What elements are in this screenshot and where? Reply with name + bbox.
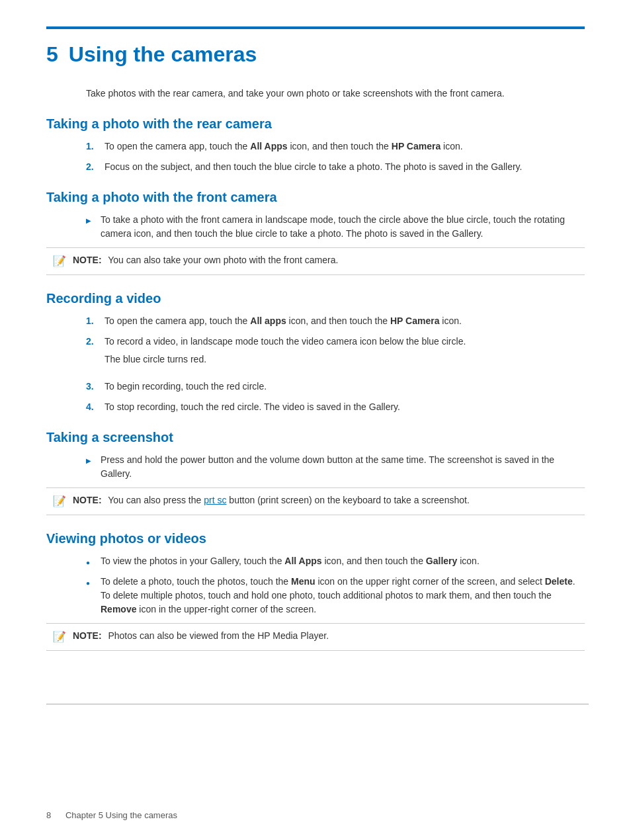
list-item: ▶ To take a photo with the front camera … (86, 213, 585, 241)
section-title-recording: Recording a video (46, 291, 585, 306)
top-border (46, 26, 585, 29)
triangle-bullet: ▶ (86, 216, 93, 241)
note-icon: 📝 (53, 629, 67, 645)
bullet-icon: ● (86, 558, 93, 568)
list-item: ▶ Press and hold the power button and th… (86, 453, 585, 481)
list-item: 2. To record a video, in landscape mode … (86, 335, 585, 373)
list-item: ● To view the photos in your Gallery, to… (86, 554, 585, 568)
recording-list: 1. To open the camera app, touch the All… (86, 314, 585, 414)
list-number: 1. (86, 140, 97, 153)
footer-divider (46, 704, 589, 704)
list-item-text: Focus on the subject, and then touch the… (105, 160, 522, 174)
list-item-text: To open the camera app, touch the All ap… (105, 314, 462, 328)
page-container: 5 Using the cameras Take photos with the… (0, 0, 631, 749)
note-label: NOTE: (73, 630, 102, 641)
footer: 8 Chapter 5 Using the cameras (46, 810, 177, 820)
list-item-text: To view the photos in your Gallery, touc… (101, 554, 480, 568)
section-title-viewing: Viewing photos or videos (46, 531, 585, 546)
note-box-viewing: 📝 NOTE: Photos can also be viewed from t… (46, 623, 585, 651)
list-item: 4. To stop recording, touch the red circ… (86, 400, 585, 414)
screenshot-list: ▶ Press and hold the power button and th… (86, 453, 585, 481)
chapter-number: 5 (46, 42, 58, 67)
list-number: 3. (86, 380, 97, 394)
footer-page-number: 8 (46, 810, 51, 820)
intro-text: Take photos with the rear camera, and ta… (86, 87, 585, 101)
footer-chapter-label: Chapter 5 Using the cameras (65, 810, 177, 820)
note-label: NOTE: (73, 255, 102, 265)
list-number: 4. (86, 400, 97, 414)
list-number: 2. (86, 160, 97, 174)
list-number: 1. (86, 314, 97, 328)
note-icon: 📝 (53, 253, 67, 269)
list-item-text: To delete a photo, touch the photos, tou… (101, 575, 585, 616)
note-text: NOTE: You can also press the prt sc butt… (73, 493, 470, 507)
list-number: 2. (86, 335, 97, 373)
list-item-text: To take a photo with the front camera in… (101, 213, 585, 241)
list-item: 2. Focus on the subject, and then touch … (86, 160, 585, 174)
note-box-screenshot: 📝 NOTE: You can also press the prt sc bu… (46, 487, 585, 515)
note-box-front: 📝 NOTE: You can also take your own photo… (46, 247, 585, 275)
rear-camera-list: 1. To open the camera app, touch the All… (86, 140, 585, 174)
front-camera-list: ▶ To take a photo with the front camera … (86, 213, 585, 241)
chapter-title-text: Using the cameras (69, 42, 257, 67)
list-item: 1. To open the camera app, touch the All… (86, 140, 585, 153)
list-item-text: To open the camera app, touch the All Ap… (105, 140, 463, 153)
list-item: 3. To begin recording, touch the red cir… (86, 380, 585, 394)
prt-sc-link[interactable]: prt sc (204, 495, 226, 505)
section-title-front: Taking a photo with the front camera (46, 190, 585, 205)
note-text: NOTE: You can also take your own photo w… (73, 253, 338, 267)
list-item-text: To begin recording, touch the red circle… (105, 380, 267, 394)
bullet-icon: ● (86, 578, 93, 616)
list-item-text: Press and hold the power button and the … (101, 453, 585, 481)
note-icon: 📝 (53, 493, 67, 509)
chapter-title: 5 Using the cameras (46, 42, 585, 67)
list-item-text: To record a video, in landscape mode tou… (105, 335, 466, 373)
viewing-list: ● To view the photos in your Gallery, to… (86, 554, 585, 616)
sub-text: The blue circle turns red. (105, 353, 466, 366)
list-item-text: To stop recording, touch the red circle.… (105, 400, 400, 414)
note-label: NOTE: (73, 495, 102, 505)
note-text: NOTE: Photos can also be viewed from the… (73, 629, 329, 643)
section-title-rear: Taking a photo with the rear camera (46, 116, 585, 132)
footer-area: 8 Chapter 5 Using the cameras (46, 704, 585, 704)
list-item: ● To delete a photo, touch the photos, t… (86, 575, 585, 616)
section-title-screenshot: Taking a screenshot (46, 430, 585, 445)
triangle-bullet: ▶ (86, 456, 93, 481)
list-item: 1. To open the camera app, touch the All… (86, 314, 585, 328)
